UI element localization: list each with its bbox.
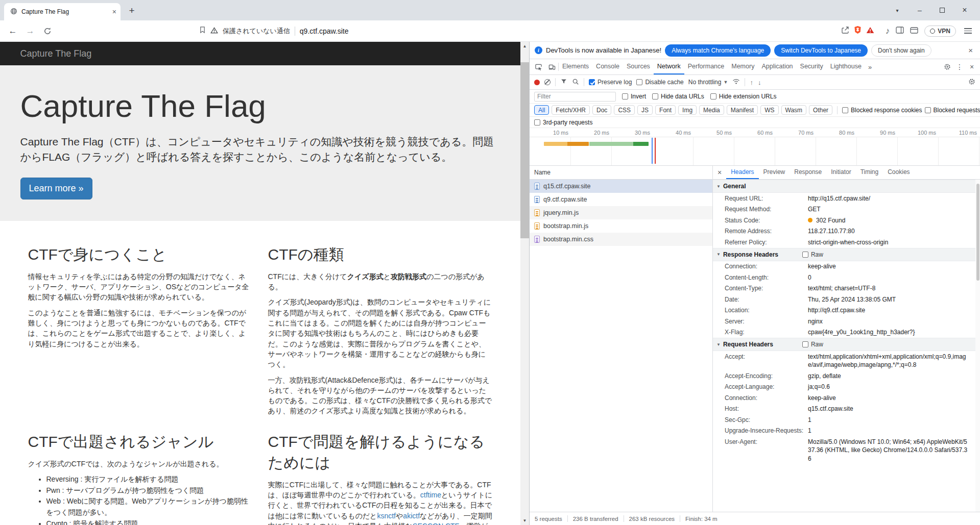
devtools-tab-console[interactable]: Console — [592, 59, 623, 74]
scrollbar-up-icon[interactable]: ▲ — [520, 42, 529, 51]
forward-icon[interactable]: → — [22, 23, 38, 39]
chip-all[interactable]: All — [534, 105, 549, 115]
devtools-tab-performance[interactable]: Performance — [684, 59, 728, 74]
address-bar[interactable]: 保護されていない通信 q9.ctf.cpaw.site — [60, 22, 880, 40]
collapse-triangle-icon[interactable]: ▼ — [716, 252, 721, 257]
page-scrollbar[interactable]: ▲ ▼ — [520, 42, 529, 525]
more-tabs-icon[interactable]: » — [865, 63, 875, 71]
device-toolbar-icon[interactable] — [545, 59, 558, 74]
link-akictf[interactable]: akictf — [403, 512, 420, 520]
menu-icon[interactable] — [962, 26, 974, 36]
devtools-tab-memory[interactable]: Memory — [728, 59, 758, 74]
chip-img[interactable]: Img — [678, 105, 697, 115]
chip-ws[interactable]: WS — [760, 105, 778, 115]
request-row-bootstrap-js[interactable]: bootstrap.min.js — [530, 219, 712, 233]
devtools-settings-gear-icon[interactable] — [941, 60, 953, 74]
devtools-tab-lighthouse[interactable]: Lighthouse — [827, 59, 865, 74]
wallet-icon[interactable] — [910, 27, 918, 36]
network-settings-gear-icon[interactable] — [968, 78, 975, 87]
network-search-icon[interactable] — [572, 78, 579, 87]
devtools-tab-security[interactable]: Security — [797, 59, 827, 74]
collapse-triangle-icon[interactable]: ▼ — [716, 184, 721, 189]
chip-js[interactable]: JS — [637, 105, 653, 115]
import-har-icon[interactable]: ↑ — [750, 79, 753, 86]
browser-tab[interactable]: Capture The Flag × — [4, 3, 121, 20]
maximize-button[interactable] — [931, 0, 953, 20]
request-row-bootstrap-css[interactable]: bootstrap.min.css — [530, 233, 712, 246]
detail-tab-initiator[interactable]: Initiator — [826, 166, 855, 179]
url-text[interactable]: q9.ctf.cpaw.site — [300, 27, 349, 35]
hide-data-urls-checkbox[interactable]: Hide data URLs — [652, 93, 704, 100]
inspect-element-icon[interactable] — [532, 59, 545, 74]
chip-doc[interactable]: Doc — [592, 105, 611, 115]
bookmark-icon[interactable] — [199, 26, 206, 36]
chip-media[interactable]: Media — [699, 105, 724, 115]
headers-scrollbar[interactable] — [975, 180, 980, 512]
hide-extension-urls-checkbox[interactable]: Hide extension URLs — [710, 93, 777, 100]
collapse-triangle-icon[interactable]: ▼ — [716, 342, 721, 347]
chip-other[interactable]: Other — [809, 105, 832, 115]
response-raw-checkbox[interactable]: Raw — [802, 251, 823, 258]
dont-show-again-button[interactable]: Don't show again — [871, 44, 931, 57]
network-overview-timeline[interactable]: 10 ms 20 ms 30 ms 40 ms 50 ms 60 ms 70 m… — [530, 128, 980, 166]
reload-icon[interactable] — [40, 23, 55, 39]
blocked-requests-checkbox[interactable]: Blocked requests — [925, 107, 980, 114]
headers-scrollbar-thumb[interactable] — [976, 184, 979, 281]
request-row-q9[interactable]: q9.ctf.cpaw.site — [530, 193, 712, 206]
request-row-q15[interactable]: q15.ctf.cpaw.site — [530, 180, 712, 193]
detail-tab-headers[interactable]: Headers — [726, 166, 758, 179]
network-conditions-wifi-icon[interactable] — [732, 79, 740, 86]
site-brand[interactable]: Capture The Flag — [20, 48, 92, 59]
tab-search-icon[interactable]: ▾ — [886, 0, 909, 20]
chip-fetch-xhr[interactable]: Fetch/XHR — [552, 105, 590, 115]
devtools-tab-sources[interactable]: Sources — [623, 59, 654, 74]
vpn-button[interactable]: VPN — [924, 26, 956, 37]
switch-devtools-japanese-button[interactable]: Switch DevTools to Japanese — [774, 44, 868, 57]
learn-more-button[interactable]: Learn more » — [20, 178, 92, 199]
media-control-icon[interactable]: ♪ — [886, 26, 890, 36]
tab-close-icon[interactable]: × — [112, 8, 116, 16]
network-filter-input[interactable] — [534, 92, 616, 102]
record-network-log-button[interactable] — [534, 80, 540, 85]
detail-tab-timing[interactable]: Timing — [856, 166, 883, 179]
close-detail-icon[interactable]: × — [713, 168, 726, 177]
link-seccon-ctf[interactable]: SECCON CTF — [413, 522, 459, 525]
throttling-dropdown[interactable]: No throttling▼ — [688, 79, 728, 86]
third-party-requests-checkbox[interactable]: 3rd-party requests — [534, 119, 592, 126]
brave-shield-icon[interactable] — [854, 26, 862, 36]
new-tab-button[interactable]: + — [125, 4, 139, 18]
preserve-log-checkbox[interactable]: Preserve log — [589, 79, 632, 86]
scrollbar-down-icon[interactable]: ▼ — [520, 516, 529, 525]
detail-tab-response[interactable]: Response — [790, 166, 826, 179]
name-column-header[interactable]: Name — [530, 166, 712, 180]
detail-tab-cookies[interactable]: Cookies — [883, 166, 914, 179]
notice-close-icon[interactable]: × — [966, 46, 975, 55]
devtools-tab-network[interactable]: Network — [654, 59, 684, 74]
chip-manifest[interactable]: Manifest — [727, 105, 758, 115]
chip-wasm[interactable]: Wasm — [781, 105, 807, 115]
devtools-tab-application[interactable]: Application — [758, 59, 796, 74]
link-ksnctf[interactable]: ksnctf — [377, 512, 396, 520]
sidebar-icon[interactable] — [896, 27, 904, 36]
security-status-text[interactable]: 保護されていない通信 — [223, 27, 290, 36]
disable-cache-checkbox[interactable]: Disable cache — [636, 79, 683, 86]
chip-css[interactable]: CSS — [614, 105, 635, 115]
close-window-button[interactable]: × — [953, 0, 976, 20]
request-raw-checkbox[interactable]: Raw — [802, 341, 823, 348]
back-icon[interactable]: ← — [5, 23, 20, 39]
scrollbar-thumb[interactable] — [520, 62, 529, 238]
always-match-language-button[interactable]: Always match Chrome's language — [665, 44, 771, 57]
blocked-response-cookies-checkbox[interactable]: Blocked response cookies — [842, 107, 922, 114]
devtools-menu-icon[interactable]: ⋮ — [953, 60, 966, 74]
share-icon[interactable] — [841, 26, 849, 36]
minimize-button[interactable]: – — [909, 0, 931, 20]
blocked-warning-icon[interactable] — [866, 27, 874, 36]
filter-funnel-icon[interactable] — [560, 78, 567, 86]
devtools-tab-elements[interactable]: Elements — [559, 59, 592, 74]
clear-network-log-icon[interactable] — [544, 79, 551, 85]
request-row-jquery[interactable]: jquery.min.js — [530, 206, 712, 219]
chip-font[interactable]: Font — [655, 105, 676, 115]
link-ctftime[interactable]: ctftime — [420, 491, 441, 499]
devtools-close-icon[interactable]: × — [966, 60, 978, 74]
export-har-icon[interactable]: ↓ — [758, 79, 761, 86]
